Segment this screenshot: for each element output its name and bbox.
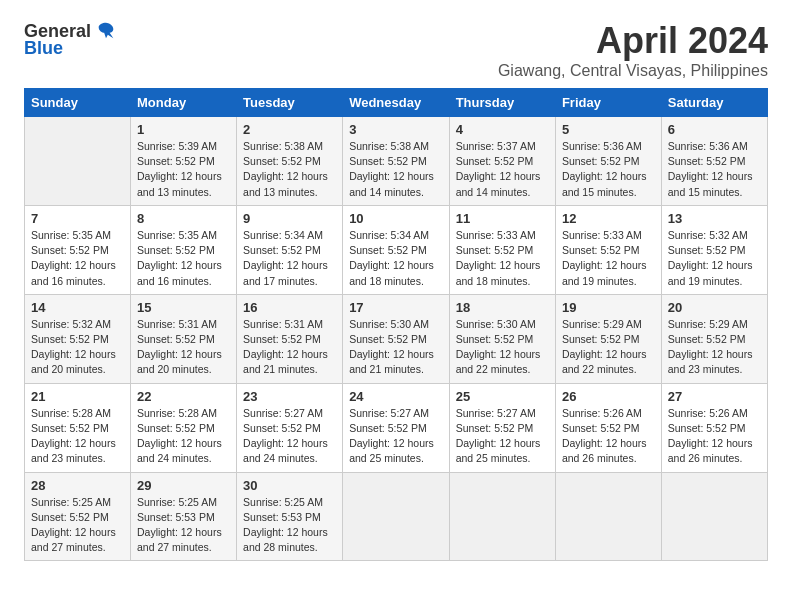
weekday-header: Sunday <box>25 89 131 117</box>
day-info: Sunrise: 5:30 AM Sunset: 5:52 PM Dayligh… <box>349 317 443 378</box>
calendar-cell <box>343 472 450 561</box>
calendar-week-row: 7Sunrise: 5:35 AM Sunset: 5:52 PM Daylig… <box>25 205 768 294</box>
day-info: Sunrise: 5:35 AM Sunset: 5:52 PM Dayligh… <box>137 228 230 289</box>
calendar-cell <box>661 472 767 561</box>
day-number: 8 <box>137 211 230 226</box>
day-number: 18 <box>456 300 549 315</box>
day-number: 26 <box>562 389 655 404</box>
day-number: 2 <box>243 122 336 137</box>
day-number: 17 <box>349 300 443 315</box>
day-number: 13 <box>668 211 761 226</box>
day-info: Sunrise: 5:25 AM Sunset: 5:53 PM Dayligh… <box>243 495 336 556</box>
day-info: Sunrise: 5:36 AM Sunset: 5:52 PM Dayligh… <box>668 139 761 200</box>
day-info: Sunrise: 5:31 AM Sunset: 5:52 PM Dayligh… <box>243 317 336 378</box>
day-number: 5 <box>562 122 655 137</box>
calendar-week-row: 14Sunrise: 5:32 AM Sunset: 5:52 PM Dayli… <box>25 294 768 383</box>
calendar-week-row: 28Sunrise: 5:25 AM Sunset: 5:52 PM Dayli… <box>25 472 768 561</box>
day-number: 27 <box>668 389 761 404</box>
day-number: 14 <box>31 300 124 315</box>
calendar-cell: 24Sunrise: 5:27 AM Sunset: 5:52 PM Dayli… <box>343 383 450 472</box>
day-info: Sunrise: 5:39 AM Sunset: 5:52 PM Dayligh… <box>137 139 230 200</box>
day-info: Sunrise: 5:34 AM Sunset: 5:52 PM Dayligh… <box>349 228 443 289</box>
logo-bird-icon <box>95 20 117 42</box>
calendar-cell: 17Sunrise: 5:30 AM Sunset: 5:52 PM Dayli… <box>343 294 450 383</box>
day-number: 21 <box>31 389 124 404</box>
day-number: 22 <box>137 389 230 404</box>
calendar-cell <box>25 117 131 206</box>
day-info: Sunrise: 5:37 AM Sunset: 5:52 PM Dayligh… <box>456 139 549 200</box>
calendar-cell: 13Sunrise: 5:32 AM Sunset: 5:52 PM Dayli… <box>661 205 767 294</box>
month-title: April 2024 <box>498 20 768 62</box>
logo-blue-text: Blue <box>24 38 63 59</box>
calendar-cell: 20Sunrise: 5:29 AM Sunset: 5:52 PM Dayli… <box>661 294 767 383</box>
day-number: 15 <box>137 300 230 315</box>
day-info: Sunrise: 5:35 AM Sunset: 5:52 PM Dayligh… <box>31 228 124 289</box>
calendar-cell: 26Sunrise: 5:26 AM Sunset: 5:52 PM Dayli… <box>555 383 661 472</box>
day-number: 7 <box>31 211 124 226</box>
day-number: 9 <box>243 211 336 226</box>
day-number: 3 <box>349 122 443 137</box>
day-number: 1 <box>137 122 230 137</box>
calendar-cell: 16Sunrise: 5:31 AM Sunset: 5:52 PM Dayli… <box>237 294 343 383</box>
weekday-header: Saturday <box>661 89 767 117</box>
day-info: Sunrise: 5:30 AM Sunset: 5:52 PM Dayligh… <box>456 317 549 378</box>
location-title: Giawang, Central Visayas, Philippines <box>498 62 768 80</box>
calendar-cell: 9Sunrise: 5:34 AM Sunset: 5:52 PM Daylig… <box>237 205 343 294</box>
day-number: 12 <box>562 211 655 226</box>
day-info: Sunrise: 5:25 AM Sunset: 5:52 PM Dayligh… <box>31 495 124 556</box>
calendar-cell: 21Sunrise: 5:28 AM Sunset: 5:52 PM Dayli… <box>25 383 131 472</box>
day-number: 24 <box>349 389 443 404</box>
day-info: Sunrise: 5:28 AM Sunset: 5:52 PM Dayligh… <box>137 406 230 467</box>
day-info: Sunrise: 5:29 AM Sunset: 5:52 PM Dayligh… <box>562 317 655 378</box>
weekday-header-row: SundayMondayTuesdayWednesdayThursdayFrid… <box>25 89 768 117</box>
day-info: Sunrise: 5:38 AM Sunset: 5:52 PM Dayligh… <box>243 139 336 200</box>
calendar-cell: 14Sunrise: 5:32 AM Sunset: 5:52 PM Dayli… <box>25 294 131 383</box>
calendar-cell: 2Sunrise: 5:38 AM Sunset: 5:52 PM Daylig… <box>237 117 343 206</box>
day-info: Sunrise: 5:27 AM Sunset: 5:52 PM Dayligh… <box>349 406 443 467</box>
calendar-table: SundayMondayTuesdayWednesdayThursdayFrid… <box>24 88 768 561</box>
day-info: Sunrise: 5:28 AM Sunset: 5:52 PM Dayligh… <box>31 406 124 467</box>
calendar-cell: 29Sunrise: 5:25 AM Sunset: 5:53 PM Dayli… <box>131 472 237 561</box>
day-info: Sunrise: 5:38 AM Sunset: 5:52 PM Dayligh… <box>349 139 443 200</box>
calendar-cell: 6Sunrise: 5:36 AM Sunset: 5:52 PM Daylig… <box>661 117 767 206</box>
calendar-cell: 18Sunrise: 5:30 AM Sunset: 5:52 PM Dayli… <box>449 294 555 383</box>
day-number: 30 <box>243 478 336 493</box>
day-info: Sunrise: 5:33 AM Sunset: 5:52 PM Dayligh… <box>562 228 655 289</box>
calendar-cell: 4Sunrise: 5:37 AM Sunset: 5:52 PM Daylig… <box>449 117 555 206</box>
day-number: 19 <box>562 300 655 315</box>
day-info: Sunrise: 5:33 AM Sunset: 5:52 PM Dayligh… <box>456 228 549 289</box>
day-number: 20 <box>668 300 761 315</box>
day-info: Sunrise: 5:26 AM Sunset: 5:52 PM Dayligh… <box>668 406 761 467</box>
day-info: Sunrise: 5:29 AM Sunset: 5:52 PM Dayligh… <box>668 317 761 378</box>
day-info: Sunrise: 5:34 AM Sunset: 5:52 PM Dayligh… <box>243 228 336 289</box>
calendar-cell: 25Sunrise: 5:27 AM Sunset: 5:52 PM Dayli… <box>449 383 555 472</box>
logo: General Blue <box>24 20 117 59</box>
calendar-cell: 30Sunrise: 5:25 AM Sunset: 5:53 PM Dayli… <box>237 472 343 561</box>
day-info: Sunrise: 5:31 AM Sunset: 5:52 PM Dayligh… <box>137 317 230 378</box>
calendar-cell <box>449 472 555 561</box>
header: General Blue April 2024 Giawang, Central… <box>24 20 768 80</box>
day-info: Sunrise: 5:26 AM Sunset: 5:52 PM Dayligh… <box>562 406 655 467</box>
calendar-week-row: 21Sunrise: 5:28 AM Sunset: 5:52 PM Dayli… <box>25 383 768 472</box>
calendar-cell: 3Sunrise: 5:38 AM Sunset: 5:52 PM Daylig… <box>343 117 450 206</box>
calendar-cell: 23Sunrise: 5:27 AM Sunset: 5:52 PM Dayli… <box>237 383 343 472</box>
calendar-cell: 12Sunrise: 5:33 AM Sunset: 5:52 PM Dayli… <box>555 205 661 294</box>
weekday-header: Friday <box>555 89 661 117</box>
day-number: 4 <box>456 122 549 137</box>
calendar-cell: 11Sunrise: 5:33 AM Sunset: 5:52 PM Dayli… <box>449 205 555 294</box>
weekday-header: Monday <box>131 89 237 117</box>
day-number: 28 <box>31 478 124 493</box>
day-info: Sunrise: 5:32 AM Sunset: 5:52 PM Dayligh… <box>668 228 761 289</box>
day-number: 25 <box>456 389 549 404</box>
calendar-cell: 15Sunrise: 5:31 AM Sunset: 5:52 PM Dayli… <box>131 294 237 383</box>
weekday-header: Tuesday <box>237 89 343 117</box>
calendar-cell: 27Sunrise: 5:26 AM Sunset: 5:52 PM Dayli… <box>661 383 767 472</box>
day-number: 23 <box>243 389 336 404</box>
day-info: Sunrise: 5:32 AM Sunset: 5:52 PM Dayligh… <box>31 317 124 378</box>
calendar-cell: 7Sunrise: 5:35 AM Sunset: 5:52 PM Daylig… <box>25 205 131 294</box>
calendar-cell: 19Sunrise: 5:29 AM Sunset: 5:52 PM Dayli… <box>555 294 661 383</box>
day-number: 16 <box>243 300 336 315</box>
weekday-header: Thursday <box>449 89 555 117</box>
day-number: 10 <box>349 211 443 226</box>
day-info: Sunrise: 5:25 AM Sunset: 5:53 PM Dayligh… <box>137 495 230 556</box>
